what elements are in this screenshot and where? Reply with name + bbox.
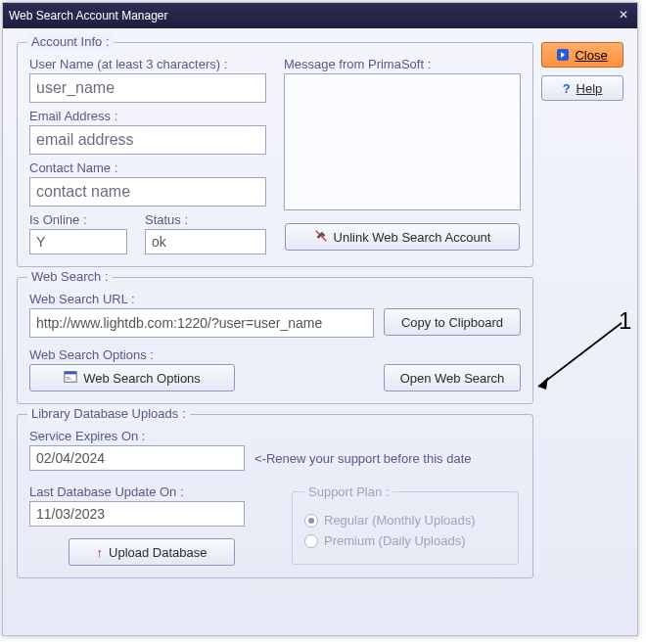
isonline-label: Is Online : xyxy=(29,212,127,227)
open-web-search-button[interactable]: Open Web Search xyxy=(384,364,521,391)
arrow-right-icon xyxy=(557,49,569,61)
renew-hint: <-Renew your support before this date xyxy=(254,451,472,466)
radio-checked-icon xyxy=(304,514,318,528)
svg-rect-3 xyxy=(67,378,71,379)
window-frame: Web Search Account Manager ✕ Account Inf… xyxy=(2,2,638,636)
copy-clipboard-button[interactable]: Copy to Clipboard xyxy=(384,308,521,336)
support-plan-title: Support Plan : xyxy=(304,484,392,499)
contact-input[interactable] xyxy=(29,177,266,207)
unlink-button-label: Unlink Web Search Account xyxy=(334,230,491,245)
web-search-legend: Web Search : xyxy=(27,269,113,284)
message-textarea[interactable] xyxy=(284,73,521,210)
help-button[interactable]: ? Help xyxy=(541,75,623,101)
message-label: Message from PrimaSoft : xyxy=(284,57,521,71)
upload-database-label: Upload Database xyxy=(109,545,207,560)
status-input xyxy=(145,229,266,254)
expires-value xyxy=(29,445,245,471)
support-plan-group: Support Plan : Regular (Monthly Uploads)… xyxy=(292,484,519,565)
username-input[interactable] xyxy=(29,73,266,103)
expires-label: Service Expires On : xyxy=(29,429,521,443)
library-legend: Library Database Uploads : xyxy=(27,406,190,421)
web-search-options-button[interactable]: Web Search Options xyxy=(29,364,235,391)
support-plan-regular: Regular (Monthly Uploads) xyxy=(304,513,506,528)
window-title: Web Search Account Manager xyxy=(9,9,616,23)
options-icon xyxy=(64,370,77,387)
support-plan-premium: Premium (Daily Uploads) xyxy=(304,533,506,548)
client-area: Account Info : User Name (at least 3 cha… xyxy=(3,28,637,635)
help-button-label: Help xyxy=(577,81,603,96)
upload-database-button[interactable]: ↑ Upload Database xyxy=(69,538,235,566)
email-input[interactable] xyxy=(29,125,266,155)
open-web-search-label: Open Web Search xyxy=(400,371,505,386)
contact-label: Contact Name : xyxy=(29,161,266,175)
group-web-search: Web Search : Web Search URL : Copy to Cl… xyxy=(17,277,533,404)
titlebar: Web Search Account Manager ✕ xyxy=(3,3,637,28)
radio-unchecked-icon xyxy=(304,534,318,548)
isonline-input xyxy=(29,229,127,254)
close-button[interactable]: Close xyxy=(541,42,623,68)
group-account-info: Account Info : User Name (at least 3 cha… xyxy=(17,42,533,267)
unlink-icon xyxy=(314,229,328,246)
svg-rect-1 xyxy=(65,371,76,374)
help-icon: ? xyxy=(563,81,571,96)
close-icon[interactable]: ✕ xyxy=(616,8,631,23)
unlink-button[interactable]: Unlink Web Search Account xyxy=(285,223,520,251)
svg-rect-2 xyxy=(67,377,70,378)
web-search-options-label: Web Search Options xyxy=(83,371,201,386)
account-info-legend: Account Info : xyxy=(27,34,114,49)
url-input[interactable] xyxy=(29,308,374,338)
username-label: User Name (at least 3 characters) : xyxy=(29,57,266,71)
status-label: Status : xyxy=(145,212,266,227)
upload-icon: ↑ xyxy=(97,545,104,560)
options-label: Web Search Options : xyxy=(29,347,521,362)
lastupdate-value xyxy=(29,501,245,527)
lastupdate-label: Last Database Update On : xyxy=(29,484,274,499)
support-plan-regular-label: Regular (Monthly Uploads) xyxy=(324,513,476,528)
copy-clipboard-label: Copy to Clipboard xyxy=(401,315,503,330)
email-label: Email Address : xyxy=(29,109,266,123)
support-plan-premium-label: Premium (Daily Uploads) xyxy=(324,533,465,548)
url-label: Web Search URL : xyxy=(29,292,521,306)
group-library-uploads: Library Database Uploads : Service Expir… xyxy=(17,414,533,578)
close-button-label: Close xyxy=(575,48,607,63)
